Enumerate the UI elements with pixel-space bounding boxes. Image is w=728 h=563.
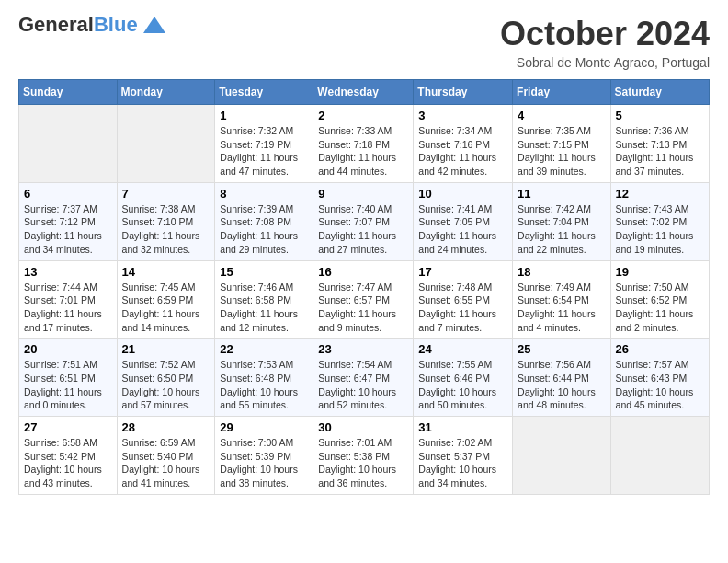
header-cell-sunday: Sunday [19,80,118,105]
calendar-cell: 20Sunrise: 7:51 AMSunset: 6:51 PMDayligh… [19,339,118,417]
day-number: 18 [518,265,606,279]
day-number: 7 [122,187,210,201]
day-number: 8 [220,187,308,201]
calendar-week-row: 13Sunrise: 7:44 AMSunset: 7:01 PMDayligh… [19,260,710,339]
cell-details: Sunrise: 7:00 AMSunset: 5:39 PMDaylight:… [220,436,308,490]
day-number: 16 [318,265,408,279]
cell-details: Sunrise: 7:57 AMSunset: 6:43 PMDaylight:… [616,358,704,412]
day-number: 21 [122,342,210,356]
day-number: 25 [518,342,606,356]
cell-details: Sunrise: 7:48 AMSunset: 6:55 PMDaylight:… [418,281,507,335]
svg-marker-0 [143,17,165,33]
day-number: 6 [24,187,112,201]
header-cell-friday: Friday [513,80,611,105]
calendar-cell: 4Sunrise: 7:35 AMSunset: 7:15 PMDaylight… [513,105,611,183]
calendar-cell: 17Sunrise: 7:48 AMSunset: 6:55 PMDayligh… [414,260,513,339]
day-number: 20 [24,342,112,356]
cell-details: Sunrise: 7:49 AMSunset: 6:54 PMDaylight:… [518,281,606,335]
calendar-week-row: 20Sunrise: 7:51 AMSunset: 6:51 PMDayligh… [19,339,710,417]
title-block: October 2024 Sobral de Monte Agraco, Por… [500,15,710,70]
day-number: 24 [418,342,507,356]
day-number: 2 [318,109,408,122]
calendar-cell: 30Sunrise: 7:01 AMSunset: 5:38 PMDayligh… [313,417,414,495]
day-number: 4 [518,109,606,122]
calendar-cell: 19Sunrise: 7:50 AMSunset: 6:52 PMDayligh… [610,260,709,339]
day-number: 26 [616,342,704,356]
day-number: 27 [24,420,112,434]
day-number: 1 [220,109,308,122]
logo-icon [142,15,167,35]
header-cell-wednesday: Wednesday [313,80,414,105]
cell-details: Sunrise: 7:38 AMSunset: 7:10 PMDaylight:… [122,202,210,257]
cell-details: Sunrise: 7:40 AMSunset: 7:07 PMDaylight:… [318,202,408,257]
logo: GeneralBlue [18,15,167,35]
calendar-table: SundayMondayTuesdayWednesdayThursdayFrid… [18,79,710,495]
calendar-cell: 13Sunrise: 7:44 AMSunset: 7:01 PMDayligh… [19,260,118,339]
calendar-cell: 7Sunrise: 7:38 AMSunset: 7:10 PMDaylight… [117,182,215,260]
cell-details: Sunrise: 7:53 AMSunset: 6:48 PMDaylight:… [220,358,308,412]
calendar-cell: 1Sunrise: 7:32 AMSunset: 7:19 PMDaylight… [215,105,313,183]
calendar-cell: 3Sunrise: 7:34 AMSunset: 7:16 PMDaylight… [414,105,513,183]
cell-details: Sunrise: 7:01 AMSunset: 5:38 PMDaylight:… [318,436,408,490]
cell-details: Sunrise: 6:59 AMSunset: 5:40 PMDaylight:… [122,436,210,490]
day-number: 10 [418,187,507,201]
header-cell-thursday: Thursday [414,80,513,105]
day-number: 31 [418,420,507,434]
calendar-cell [117,105,215,183]
header-cell-tuesday: Tuesday [215,80,313,105]
cell-details: Sunrise: 7:41 AMSunset: 7:05 PMDaylight:… [418,202,507,257]
day-number: 30 [318,420,408,434]
calendar-cell: 12Sunrise: 7:43 AMSunset: 7:02 PMDayligh… [610,182,709,260]
calendar-week-row: 1Sunrise: 7:32 AMSunset: 7:19 PMDaylight… [19,105,710,183]
cell-details: Sunrise: 7:55 AMSunset: 6:46 PMDaylight:… [418,358,507,412]
cell-details: Sunrise: 7:50 AMSunset: 6:52 PMDaylight:… [616,281,704,335]
day-number: 12 [616,187,704,201]
calendar-cell: 26Sunrise: 7:57 AMSunset: 6:43 PMDayligh… [610,339,709,417]
day-number: 19 [616,265,704,279]
calendar-cell: 28Sunrise: 6:59 AMSunset: 5:40 PMDayligh… [117,417,215,495]
cell-details: Sunrise: 7:34 AMSunset: 7:16 PMDaylight:… [418,124,507,178]
calendar-cell: 16Sunrise: 7:47 AMSunset: 6:57 PMDayligh… [313,260,414,339]
day-number: 14 [122,265,210,279]
calendar-cell: 6Sunrise: 7:37 AMSunset: 7:12 PMDaylight… [19,182,118,260]
calendar-header: SundayMondayTuesdayWednesdayThursdayFrid… [19,80,710,105]
calendar-cell: 10Sunrise: 7:41 AMSunset: 7:05 PMDayligh… [414,182,513,260]
calendar-body: 1Sunrise: 7:32 AMSunset: 7:19 PMDaylight… [19,105,710,495]
calendar-cell: 9Sunrise: 7:40 AMSunset: 7:07 PMDaylight… [313,182,414,260]
logo-text: GeneralBlue [18,15,138,35]
day-number: 5 [616,109,704,122]
day-number: 22 [220,342,308,356]
calendar-cell: 8Sunrise: 7:39 AMSunset: 7:08 PMDaylight… [215,182,313,260]
cell-details: Sunrise: 7:52 AMSunset: 6:50 PMDaylight:… [122,358,210,412]
calendar-cell: 5Sunrise: 7:36 AMSunset: 7:13 PMDaylight… [610,105,709,183]
calendar-cell: 27Sunrise: 6:58 AMSunset: 5:42 PMDayligh… [19,417,118,495]
cell-details: Sunrise: 7:43 AMSunset: 7:02 PMDaylight:… [616,202,704,257]
day-number: 13 [24,265,112,279]
header-row: SundayMondayTuesdayWednesdayThursdayFrid… [19,80,710,105]
calendar-cell: 15Sunrise: 7:46 AMSunset: 6:58 PMDayligh… [215,260,313,339]
day-number: 11 [518,187,606,201]
day-number: 28 [122,420,210,434]
cell-details: Sunrise: 7:44 AMSunset: 7:01 PMDaylight:… [24,281,112,335]
calendar-cell: 14Sunrise: 7:45 AMSunset: 6:59 PMDayligh… [117,260,215,339]
calendar-cell: 11Sunrise: 7:42 AMSunset: 7:04 PMDayligh… [513,182,611,260]
cell-details: Sunrise: 7:39 AMSunset: 7:08 PMDaylight:… [220,202,308,257]
cell-details: Sunrise: 7:35 AMSunset: 7:15 PMDaylight:… [518,124,606,178]
calendar-cell: 22Sunrise: 7:53 AMSunset: 6:48 PMDayligh… [215,339,313,417]
cell-details: Sunrise: 7:36 AMSunset: 7:13 PMDaylight:… [616,124,704,178]
month-title: October 2024 [500,15,710,53]
cell-details: Sunrise: 7:46 AMSunset: 6:58 PMDaylight:… [220,281,308,335]
day-number: 17 [418,265,507,279]
calendar-cell: 2Sunrise: 7:33 AMSunset: 7:18 PMDaylight… [313,105,414,183]
cell-details: Sunrise: 7:54 AMSunset: 6:47 PMDaylight:… [318,358,408,412]
cell-details: Sunrise: 7:47 AMSunset: 6:57 PMDaylight:… [318,281,408,335]
cell-details: Sunrise: 7:33 AMSunset: 7:18 PMDaylight:… [318,124,408,178]
calendar-cell: 29Sunrise: 7:00 AMSunset: 5:39 PMDayligh… [215,417,313,495]
calendar-cell [513,417,611,495]
cell-details: Sunrise: 7:51 AMSunset: 6:51 PMDaylight:… [24,358,112,412]
calendar-cell: 23Sunrise: 7:54 AMSunset: 6:47 PMDayligh… [313,339,414,417]
calendar-cell [19,105,118,183]
page-header: GeneralBlue October 2024 Sobral de Monte… [18,15,710,70]
cell-details: Sunrise: 7:32 AMSunset: 7:19 PMDaylight:… [220,124,308,178]
cell-details: Sunrise: 7:56 AMSunset: 6:44 PMDaylight:… [518,358,606,412]
